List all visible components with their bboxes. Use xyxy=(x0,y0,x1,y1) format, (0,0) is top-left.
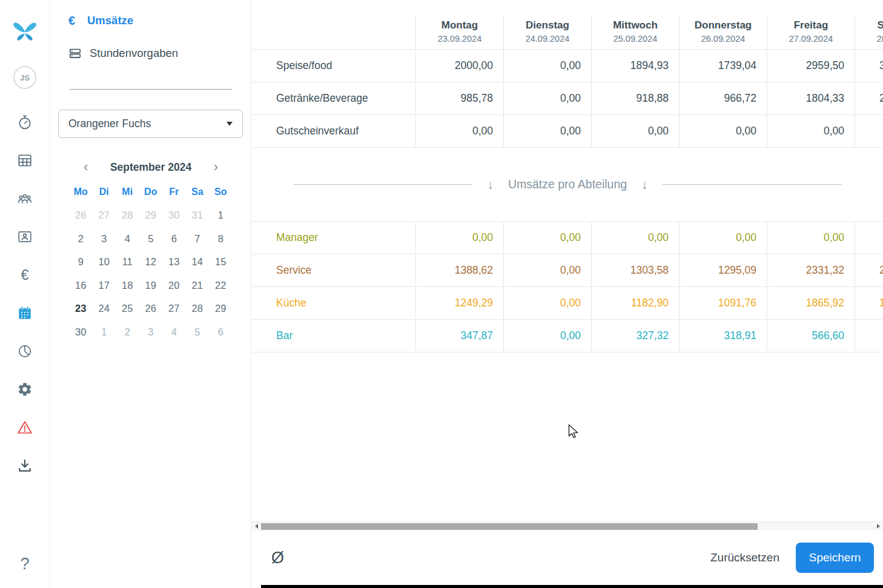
sidebar-item-shift-table[interactable] xyxy=(17,153,33,168)
value-cell[interactable]: 2331,32 xyxy=(767,254,855,286)
value-cell[interactable]: 0,00 xyxy=(503,50,591,82)
value-cell[interactable]: 0,00 xyxy=(767,222,855,254)
calendar-day[interactable]: 7 xyxy=(186,227,210,251)
nav-stundenvorgaben[interactable]: Stundenvorgaben xyxy=(68,45,251,61)
horizontal-scrollbar[interactable] xyxy=(251,521,883,530)
value-cell[interactable]: 918,88 xyxy=(591,82,679,114)
calendar-day[interactable]: 11 xyxy=(116,251,139,274)
value-cell[interactable]: 1303,58 xyxy=(591,254,679,286)
value-cell[interactable]: 1865,92 xyxy=(767,287,855,319)
sidebar-item-contacts[interactable] xyxy=(17,229,33,245)
calendar-next-button[interactable]: › xyxy=(214,160,218,174)
sidebar-item-employees[interactable] xyxy=(17,191,33,206)
value-cell[interactable]: 0,00 xyxy=(415,222,503,254)
value-cell[interactable]: 1249,29 xyxy=(415,287,503,319)
value-cell[interactable]: 327,32 xyxy=(591,320,679,352)
sidebar-item-finance[interactable]: € xyxy=(17,267,33,283)
value-cell[interactable]: 1739,04 xyxy=(679,50,767,82)
value-cell[interactable]: 0,00 xyxy=(503,222,591,254)
calendar-day[interactable]: 1 xyxy=(93,320,116,344)
calendar-day[interactable]: 30 xyxy=(69,320,93,344)
value-cell[interactable]: 0,00 xyxy=(503,115,591,147)
scroll-right-button[interactable] xyxy=(873,522,883,530)
calendar-day[interactable]: 5 xyxy=(186,320,210,344)
user-avatar[interactable]: JS xyxy=(13,66,36,89)
calendar-day[interactable]: 28 xyxy=(186,297,210,321)
calendar-day[interactable]: 20 xyxy=(162,274,186,297)
calendar-prev-button[interactable]: ‹ xyxy=(84,160,88,174)
calendar-day[interactable]: 3 xyxy=(139,320,163,344)
value-cell[interactable]: 0,00 xyxy=(503,320,591,352)
value-cell[interactable]: 1295,09 xyxy=(679,254,767,286)
calendar-day[interactable]: 2 xyxy=(116,320,139,344)
calendar-day[interactable]: 6 xyxy=(162,227,186,251)
calendar-day[interactable]: 24 xyxy=(93,297,116,321)
calendar-day[interactable]: 4 xyxy=(116,227,139,251)
calendar-day[interactable]: 30 xyxy=(162,204,186,228)
calendar-day[interactable]: 2 xyxy=(69,227,93,251)
value-cell[interactable]: 0,00 xyxy=(767,115,855,147)
reset-button[interactable]: Zurücksetzen xyxy=(710,551,779,564)
calendar-day[interactable]: 27 xyxy=(93,204,116,228)
calendar-day[interactable]: 3 xyxy=(93,227,116,251)
help-button[interactable]: ? xyxy=(20,555,29,573)
value-cell[interactable]: 1894,93 xyxy=(591,50,679,82)
calendar-day[interactable]: 5 xyxy=(139,227,163,251)
calendar-day[interactable]: 29 xyxy=(209,297,233,321)
value-cell[interactable]: 347,87 xyxy=(415,320,503,352)
value-cell[interactable]: 0,00 xyxy=(503,82,591,114)
calendar-day[interactable]: 8 xyxy=(209,227,233,251)
value-cell[interactable]: 0,00 xyxy=(679,115,767,147)
calendar-day[interactable]: 12 xyxy=(139,251,163,274)
value-cell[interactable]: 566,60 xyxy=(767,320,855,352)
calendar-day[interactable]: 26 xyxy=(139,297,163,321)
calendar-day[interactable]: 16 xyxy=(69,274,93,297)
value-cell[interactable]: 0,00 xyxy=(503,254,591,286)
value-cell[interactable]: 2959,50 xyxy=(767,50,855,82)
calendar-day[interactable]: 27 xyxy=(162,297,186,321)
value-cell[interactable]: 0,00 xyxy=(591,115,679,147)
scroll-left-button[interactable] xyxy=(251,522,261,530)
calendar-day[interactable]: 25 xyxy=(116,297,139,321)
value-cell[interactable]: 2 xyxy=(855,82,883,114)
calendar-day[interactable]: 31 xyxy=(186,204,210,228)
calendar-day[interactable]: 9 xyxy=(69,251,93,274)
value-cell[interactable]: 0,00 xyxy=(415,115,503,147)
value-cell[interactable]: 2 xyxy=(855,254,883,286)
sidebar-item-export[interactable] xyxy=(17,458,33,474)
calendar-day-selected[interactable]: 23 xyxy=(69,297,93,321)
sidebar-item-settings[interactable] xyxy=(17,382,33,397)
calendar-day[interactable]: 26 xyxy=(69,204,93,228)
sidebar-item-alerts[interactable] xyxy=(17,420,33,435)
calendar-day[interactable]: 1 xyxy=(209,204,233,228)
value-cell[interactable]: 1182,90 xyxy=(591,287,679,319)
save-button[interactable]: Speichern xyxy=(796,543,874,573)
calendar-day[interactable]: 19 xyxy=(139,274,163,297)
calendar-day[interactable]: 17 xyxy=(93,274,116,297)
value-cell[interactable]: 0,00 xyxy=(591,222,679,254)
value-cell[interactable] xyxy=(855,115,883,147)
value-cell[interactable]: 0,00 xyxy=(679,222,767,254)
value-cell[interactable]: 2000,00 xyxy=(415,50,503,82)
sidebar-item-time-tracking[interactable] xyxy=(17,114,33,130)
value-cell[interactable]: 1 xyxy=(855,287,883,319)
calendar-day[interactable]: 18 xyxy=(116,274,139,297)
value-cell[interactable]: 1388,62 xyxy=(415,254,503,286)
calendar-day[interactable]: 14 xyxy=(186,251,210,274)
calendar-day[interactable]: 4 xyxy=(162,320,186,344)
calendar-day[interactable]: 6 xyxy=(209,320,233,344)
value-cell[interactable] xyxy=(855,320,883,352)
value-cell[interactable] xyxy=(855,222,883,254)
sidebar-item-reports[interactable] xyxy=(17,343,33,359)
value-cell[interactable]: 0,00 xyxy=(503,287,591,319)
calendar-day[interactable]: 28 xyxy=(116,204,139,228)
average-button[interactable]: Ø xyxy=(271,549,284,567)
location-select[interactable]: Orangener Fuchs xyxy=(58,110,243,138)
calendar-day[interactable]: 13 xyxy=(162,251,186,274)
calendar-day[interactable]: 15 xyxy=(209,251,233,274)
value-cell[interactable]: 1091,76 xyxy=(679,287,767,319)
calendar-day[interactable]: 22 xyxy=(209,274,233,297)
calendar-day[interactable]: 21 xyxy=(186,274,210,297)
value-cell[interactable]: 985,78 xyxy=(415,82,503,114)
scrollbar-thumb[interactable] xyxy=(261,523,758,530)
